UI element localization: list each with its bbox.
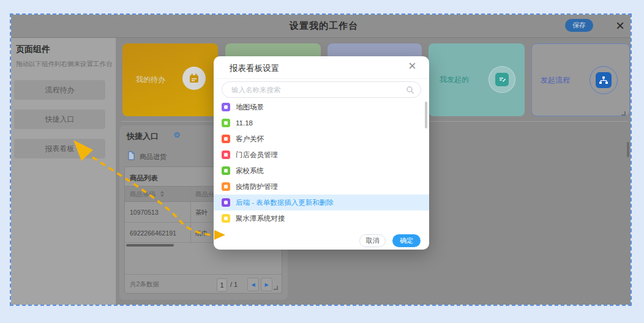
prev-page-button[interactable]: ◀	[247, 278, 259, 291]
list-item-label: 聚水潭系统对接	[236, 214, 285, 223]
sidebar-item-process-todo[interactable]: 流程待办	[14, 80, 105, 100]
page-number-input[interactable]: 1	[217, 278, 227, 292]
table-title: 商品列表	[130, 174, 158, 183]
list-item-label: 地图场景	[236, 103, 264, 112]
list-item-label: 客户关怀	[236, 135, 264, 144]
list-item[interactable]: 客户关怀	[214, 131, 429, 147]
list-item[interactable]: 门店会员管理	[214, 147, 429, 163]
report-icon	[222, 182, 230, 191]
flow-chart-icon	[590, 66, 618, 94]
confirm-button[interactable]: 确定	[392, 234, 421, 247]
report-list: 地图场景 11.18 客户关怀 门店会员管理 家校系统 疫情防护管理 后端 - …	[214, 99, 429, 226]
list-item-selected[interactable]: 后端 - 表单数据插入更新和删除	[214, 195, 429, 210]
modal-scrollbar[interactable]	[425, 102, 427, 128]
report-icon	[222, 135, 230, 143]
list-item[interactable]: 聚水潭系统对接	[214, 210, 429, 226]
card-label: 我发起的	[440, 75, 469, 85]
list-item[interactable]: 家校系统	[214, 163, 429, 179]
sidebar-heading: 页面组件	[16, 44, 50, 55]
card-label: 发起流程	[541, 75, 570, 86]
search-input[interactable]	[222, 81, 421, 98]
cancel-button[interactable]: 取消	[359, 234, 386, 247]
page-title: 设置我的工作台	[290, 20, 358, 32]
modal-title: 报表看板设置	[230, 63, 279, 74]
card-my-initiated[interactable]: 我发起的	[429, 43, 525, 116]
cell-barcode: 6922266462191	[130, 229, 176, 237]
list-item[interactable]: 11.18	[214, 115, 429, 131]
sidebar-item-quick-entry[interactable]: 快捷入口	[14, 110, 105, 129]
list-item[interactable]: 地图场景	[214, 99, 429, 115]
report-icon	[222, 103, 230, 111]
list-item-label: 后端 - 表单数据插入更新和删除	[236, 198, 334, 207]
list-item-label: 11.18	[236, 119, 253, 127]
search-icon	[406, 86, 414, 97]
list-item-label: 疫情防护管理	[236, 182, 278, 191]
calendar-icon	[182, 67, 206, 90]
resize-grip[interactable]	[274, 286, 278, 290]
cell-barcode: 10970513	[130, 209, 159, 216]
sort-icon[interactable]	[160, 191, 164, 197]
record-count: 共2条数据	[130, 280, 159, 289]
titlebar: 设置我的工作台 保存 ×	[11, 15, 631, 38]
list-item[interactable]: 疫情防护管理	[214, 179, 429, 195]
horizontal-scrollbar[interactable]	[126, 244, 174, 247]
report-icon	[222, 166, 230, 175]
cell-category: 纸巾	[195, 229, 208, 238]
resize-grip[interactable]	[621, 111, 626, 116]
sidebar-item-report-board[interactable]: 报表看板	[14, 139, 105, 158]
workbench-settings-window: 设置我的工作台 保存 × 页面组件 拖动以下组件到右侧来设置工作台 流程待办 快…	[10, 13, 632, 306]
report-icon	[222, 198, 230, 207]
list-item-label: 门店会员管理	[236, 150, 278, 160]
report-board-settings-modal: 报表看板设置 × 地图场景 11.18 客户关怀 门店会员管理 家校系统 疫情防…	[214, 56, 429, 250]
document-icon	[127, 151, 135, 163]
quick-link-goods-purchase[interactable]: 商品进货	[140, 152, 167, 162]
page-total: / 1	[230, 281, 238, 288]
report-icon	[222, 214, 230, 223]
table-bottom-border	[125, 274, 282, 275]
sidebar-hint: 拖动以下组件到右侧来设置工作台	[16, 60, 113, 69]
edit-document-icon	[489, 66, 515, 93]
card-label: 我的待办	[136, 75, 165, 85]
col-header-barcode: 商品条码	[130, 190, 155, 199]
close-window-icon[interactable]: ×	[616, 16, 624, 35]
next-page-button[interactable]: ▶	[261, 278, 272, 291]
report-icon	[222, 150, 230, 159]
save-button[interactable]: 保存	[565, 19, 593, 32]
modal-close-icon[interactable]: ×	[408, 58, 416, 74]
card-my-todo[interactable]: 我的待办	[122, 43, 218, 116]
cell-category: 茶叶	[195, 209, 208, 217]
gear-icon[interactable]: ⚙	[173, 130, 181, 139]
report-icon	[222, 119, 230, 127]
quick-entry-heading: 快捷入口	[127, 131, 159, 142]
modal-divider	[214, 78, 429, 79]
components-sidebar: 页面组件 拖动以下组件到右侧来设置工作台 流程待办 快捷入口 报表看板	[11, 38, 116, 305]
card-start-process[interactable]: 发起流程	[531, 43, 630, 116]
vertical-scrollbar[interactable]	[627, 142, 629, 157]
list-item-label: 家校系统	[236, 166, 264, 176]
